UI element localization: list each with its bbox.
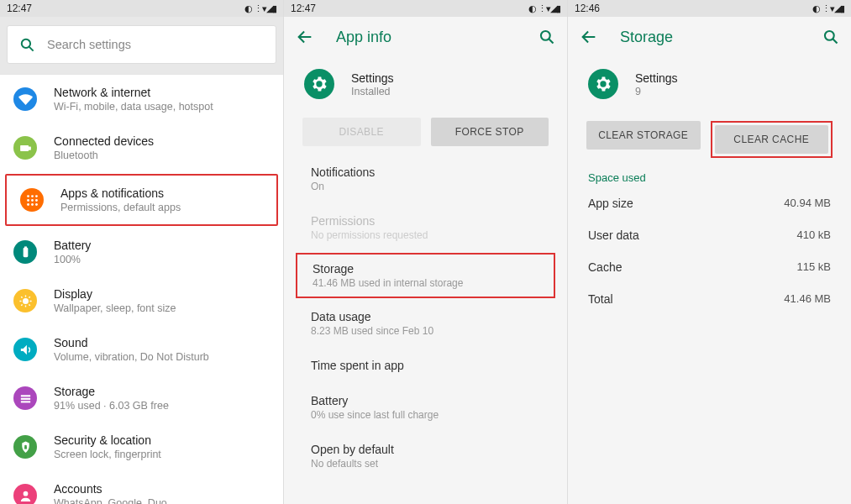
- status-bar: 12:47 ◐ ⋮▾◢▮: [284, 0, 567, 17]
- clock: 12:47: [291, 3, 316, 14]
- status-icons: ◐ ⋮▾◢▮: [244, 3, 276, 14]
- item-icon: [13, 338, 37, 361]
- detail-title: Data usage: [311, 310, 547, 323]
- svg-point-0: [22, 39, 30, 47]
- highlight-clear-cache: CLEAR CACHE: [711, 121, 833, 158]
- disable-button: DISABLE: [302, 118, 421, 146]
- item-subtitle: WhatsApp, Google, Duo: [54, 497, 167, 504]
- screen-storage: 12:46 ◐ ⋮▾◢▮ Storage Settings 9 CLEAR ST…: [568, 0, 851, 504]
- svg-point-21: [23, 491, 28, 496]
- svg-rect-17: [20, 397, 29, 399]
- settings-item-security-location[interactable]: Security & locationScreen lock, fingerpr…: [0, 423, 283, 471]
- settings-item-storage[interactable]: Storage91% used · 6.03 GB free: [0, 374, 283, 423]
- clock: 12:47: [7, 3, 32, 14]
- search-icon: [19, 37, 35, 53]
- header-title: App info: [336, 29, 538, 46]
- item-icon: [13, 87, 37, 111]
- storage-row-cache: Cache115 kB: [568, 251, 851, 283]
- settings-item-connected-devices[interactable]: Connected devicesBluetooth: [0, 123, 283, 172]
- item-icon: [13, 136, 37, 160]
- item-title: Connected devices: [54, 134, 154, 148]
- item-title: Apps & notifications: [60, 186, 181, 200]
- svg-rect-14: [24, 246, 27, 248]
- item-subtitle: Wallpaper, sleep, font size: [54, 302, 176, 314]
- row-value: 40.94 MB: [784, 197, 831, 210]
- item-subtitle: Screen lock, fingerprint: [54, 449, 161, 460]
- detail-open-by-default[interactable]: Open by defaultNo defaults set: [284, 432, 567, 480]
- app-name: Settings: [351, 71, 394, 85]
- force-stop-button[interactable]: FORCE STOP: [431, 118, 549, 146]
- detail-title: Storage: [313, 262, 538, 276]
- svg-rect-20: [24, 446, 27, 449]
- detail-title: Notifications: [311, 165, 547, 179]
- detail-subtitle: 41.46 MB used in internal storage: [313, 277, 538, 289]
- item-title: Storage: [54, 385, 169, 398]
- detail-time-spent-in-app[interactable]: Time spent in app: [284, 348, 567, 383]
- space-used-heading: Space used: [568, 165, 851, 187]
- settings-item-sound[interactable]: SoundVolume, vibration, Do Not Disturb: [0, 325, 283, 374]
- settings-item-accounts[interactable]: AccountsWhatsApp, Google, Duo: [0, 471, 283, 504]
- detail-battery[interactable]: Battery0% use since last full charge: [284, 383, 567, 432]
- item-icon: [13, 386, 37, 410]
- detail-data-usage[interactable]: Data usage8.23 MB used since Feb 10: [284, 299, 567, 348]
- row-value: 410 kB: [797, 228, 831, 242]
- item-icon: [13, 289, 37, 312]
- app-version: 9: [635, 86, 678, 97]
- item-subtitle: 91% used · 6.03 GB free: [54, 400, 169, 412]
- app-name: Settings: [635, 71, 678, 85]
- status-icons: ◐ ⋮▾◢▮: [812, 3, 844, 14]
- svg-point-9: [35, 199, 38, 202]
- status-bar: 12:47 ◐ ⋮▾◢▮: [0, 0, 283, 17]
- search-input[interactable]: Search settings: [7, 25, 276, 64]
- detail-title: Open by default: [311, 443, 547, 456]
- svg-line-27: [833, 39, 838, 44]
- settings-item-display[interactable]: DisplayWallpaper, sleep, font size: [0, 276, 283, 325]
- screen-settings: 12:47 ◐ ⋮▾◢▮ Search settings Network & i…: [0, 0, 284, 504]
- svg-point-10: [27, 203, 29, 206]
- item-title: Display: [54, 287, 176, 301]
- app-info-row: Settings Installed: [284, 57, 567, 114]
- item-icon: [13, 240, 37, 264]
- svg-point-15: [22, 297, 28, 303]
- storage-row-user-data: User data410 kB: [568, 219, 851, 251]
- detail-title: Battery: [311, 394, 547, 407]
- item-subtitle: 100%: [54, 254, 91, 265]
- detail-subtitle: No permissions requested: [311, 229, 547, 241]
- search-icon[interactable]: [538, 29, 555, 45]
- item-icon: [13, 484, 37, 504]
- item-title: Accounts: [54, 482, 167, 496]
- screen-app-info: 12:47 ◐ ⋮▾◢▮ App info Settings Installed…: [284, 0, 568, 504]
- app-info-row: Settings 9: [568, 57, 851, 114]
- app-status: Installed: [351, 86, 394, 97]
- svg-rect-13: [23, 247, 28, 256]
- clear-cache-button[interactable]: CLEAR CACHE: [715, 125, 829, 154]
- row-key: App size: [588, 197, 633, 210]
- svg-rect-2: [20, 144, 29, 150]
- detail-subtitle: 8.23 MB used since Feb 10: [311, 325, 547, 337]
- clear-storage-button[interactable]: CLEAR STORAGE: [586, 121, 701, 150]
- svg-rect-16: [20, 395, 29, 396]
- settings-item-battery[interactable]: Battery100%: [0, 228, 283, 276]
- item-icon: [20, 188, 44, 212]
- svg-line-1: [29, 46, 34, 50]
- svg-point-6: [35, 195, 38, 197]
- back-icon[interactable]: [580, 28, 598, 46]
- item-title: Network & internet: [54, 86, 213, 99]
- back-icon[interactable]: [296, 28, 314, 46]
- svg-point-8: [31, 199, 34, 202]
- detail-storage[interactable]: Storage41.46 MB used in internal storage: [296, 253, 555, 298]
- detail-notifications[interactable]: NotificationsOn: [284, 155, 567, 203]
- search-icon[interactable]: [822, 29, 839, 45]
- svg-point-11: [31, 203, 34, 206]
- settings-item-network-internet[interactable]: Network & internetWi-Fi, mobile, data us…: [0, 75, 283, 123]
- header-title: Storage: [620, 29, 822, 46]
- svg-point-26: [825, 31, 834, 40]
- settings-item-apps-notifications[interactable]: Apps & notificationsPermissions, default…: [5, 174, 278, 226]
- svg-rect-3: [27, 146, 30, 150]
- svg-point-7: [27, 199, 29, 202]
- row-key: User data: [588, 228, 639, 242]
- status-icons: ◐ ⋮▾◢▮: [528, 3, 560, 14]
- item-subtitle: Wi-Fi, mobile, data usage, hotspot: [54, 101, 213, 113]
- item-subtitle: Permissions, default apps: [60, 202, 181, 213]
- item-icon: [13, 435, 37, 459]
